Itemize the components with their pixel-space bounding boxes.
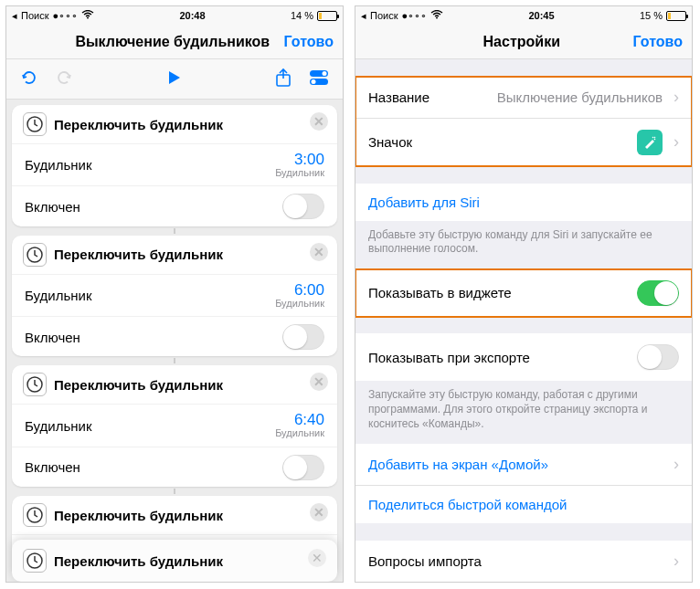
done-button[interactable]: Готово — [284, 34, 334, 50]
status-back[interactable]: Поиск — [21, 10, 48, 21]
export-note: Запускайте эту быструю команду, работая … — [355, 381, 692, 444]
alarm-sub: Будильник — [275, 428, 324, 439]
battery-percent: 14 % — [291, 10, 313, 21]
siri-note: Добавьте эту быструю команду для Siri и … — [355, 221, 692, 269]
close-icon[interactable]: ✕ — [310, 503, 328, 521]
svg-point-0 — [87, 17, 89, 19]
name-cell[interactable]: Название Выключение будильников › — [355, 77, 692, 119]
export-cell: Показывать при экспорте — [355, 333, 692, 381]
enabled-label: Включен — [25, 459, 80, 475]
status-bar: ◂ Поиск ●∘∘∘ 20:48 14 % — [6, 6, 343, 25]
page-title: Выключение будильников — [61, 34, 284, 50]
alarm-time-row[interactable]: Будильник 6:40Будильник — [12, 404, 337, 446]
repeat-label: Переключить будильник — [54, 553, 223, 569]
widget-cell: Показывать в виджете — [355, 269, 692, 317]
enabled-label: Включен — [25, 199, 80, 215]
back-chevron-icon[interactable]: ◂ — [361, 10, 366, 22]
enabled-switch[interactable] — [282, 194, 324, 219]
status-back[interactable]: Поиск — [370, 10, 398, 21]
battery-icon — [666, 11, 686, 21]
settings-body: Название Выключение будильников › Значок… — [355, 59, 692, 582]
group-name-icon: Название Выключение будильников › Значок… — [355, 77, 692, 166]
redo-icon — [54, 68, 74, 91]
alarm-time: 3:00 — [294, 151, 324, 168]
siri-add-cell[interactable]: Добавить для Siri — [355, 184, 692, 221]
wifi-icon — [81, 10, 94, 21]
enabled-row: Включен — [12, 316, 337, 356]
alarm-time-row[interactable]: Будильник 3:00Будильник — [12, 143, 337, 185]
connector-icon — [174, 358, 175, 363]
clock-icon — [23, 112, 47, 136]
toolbar — [6, 59, 343, 100]
enabled-switch[interactable] — [282, 455, 324, 480]
svg-point-3 — [323, 71, 327, 76]
share-cell[interactable]: Поделиться быстрой командой — [355, 486, 692, 523]
import-label: Вопросы импорта — [368, 553, 482, 569]
alarm-card: Переключить будильник ✕ Будильник 6:00Бу… — [12, 236, 337, 357]
chevron-right-icon: › — [673, 552, 679, 571]
close-icon[interactable]: ✕ — [308, 549, 326, 567]
alarm-label: Будильник — [25, 418, 91, 434]
svg-point-5 — [312, 79, 316, 84]
nav-bar: Выключение будильников Готово — [6, 25, 343, 59]
alarm-time: 6:40 — [294, 411, 324, 428]
play-icon[interactable] — [164, 68, 183, 90]
alarm-sub: Будильник — [275, 168, 324, 179]
card-title: Переключить будильник — [54, 117, 223, 132]
chevron-right-icon: › — [673, 88, 679, 107]
card-title: Переключить будильник — [54, 508, 223, 523]
close-icon[interactable]: ✕ — [310, 243, 328, 261]
repeat-panel[interactable]: Переключить будильник ✕ — [12, 540, 337, 582]
wifi-icon — [430, 10, 443, 21]
home-add-cell[interactable]: Добавить на экран «Домой» › — [355, 444, 692, 486]
connector-icon — [174, 228, 175, 234]
clock-icon — [23, 243, 47, 267]
alarm-label: Будильник — [25, 157, 91, 173]
alarm-label: Будильник — [25, 288, 91, 303]
connector-icon — [174, 489, 175, 494]
card-title: Переключить будильник — [54, 377, 223, 393]
export-switch[interactable] — [637, 344, 679, 370]
alarm-card: Переключить будильник ✕ Будильник 6:40Бу… — [12, 365, 337, 487]
battery-icon — [317, 11, 337, 21]
battery-percent: 15 % — [640, 10, 663, 21]
icon-label: Значок — [368, 134, 412, 150]
alarm-time-row[interactable]: Будильник 6:00Будильник — [12, 274, 337, 316]
card-title: Переключить будильник — [54, 247, 223, 262]
signal-icon: ●∘∘∘ — [401, 10, 427, 22]
name-label: Название — [368, 89, 430, 105]
widget-label: Показывать в виджете — [368, 285, 512, 300]
share-icon[interactable] — [273, 68, 293, 91]
clock-icon — [23, 549, 47, 573]
name-value: Выключение будильников — [437, 89, 663, 105]
export-label: Показывать при экспорте — [368, 350, 530, 365]
siri-add-label: Добавить для Siri — [368, 195, 480, 210]
svg-point-11 — [436, 17, 438, 19]
enabled-row: Включен — [12, 447, 337, 487]
clock-icon — [23, 373, 47, 396]
signal-icon: ●∘∘∘ — [52, 10, 78, 22]
settings-toggle-icon[interactable] — [308, 68, 330, 91]
alarm-card: Переключить будильник ✕ Будильник 3:00Бу… — [12, 105, 337, 226]
home-add-label: Добавить на экран «Домой» — [368, 457, 548, 472]
share-label: Поделиться быстрой командой — [368, 497, 567, 512]
nav-bar: Настройки Готово — [355, 25, 692, 59]
page-title: Настройки — [410, 34, 633, 50]
widget-switch[interactable] — [637, 280, 679, 306]
chevron-right-icon: › — [673, 455, 679, 474]
close-icon[interactable]: ✕ — [310, 112, 328, 131]
import-cell[interactable]: Вопросы импорта › — [355, 541, 692, 582]
enabled-row: Включен — [12, 185, 337, 226]
back-chevron-icon[interactable]: ◂ — [12, 10, 17, 22]
content-area: Переключить будильник ✕ Будильник 3:00Бу… — [6, 100, 343, 582]
phone-left: ◂ Поиск ●∘∘∘ 20:48 14 % Выключение будил… — [5, 5, 344, 583]
done-button[interactable]: Готово — [633, 34, 683, 50]
alarm-sub: Будильник — [275, 299, 324, 310]
close-icon[interactable]: ✕ — [310, 373, 328, 391]
phone-right: ◂ Поиск ●∘∘∘ 20:45 15 % Настройки Готово… — [355, 5, 693, 583]
icon-cell[interactable]: Значок › — [355, 119, 692, 166]
enabled-switch[interactable] — [282, 324, 324, 350]
undo-icon[interactable] — [19, 68, 39, 91]
chevron-right-icon: › — [673, 132, 679, 152]
alarm-time: 6:00 — [294, 281, 324, 299]
